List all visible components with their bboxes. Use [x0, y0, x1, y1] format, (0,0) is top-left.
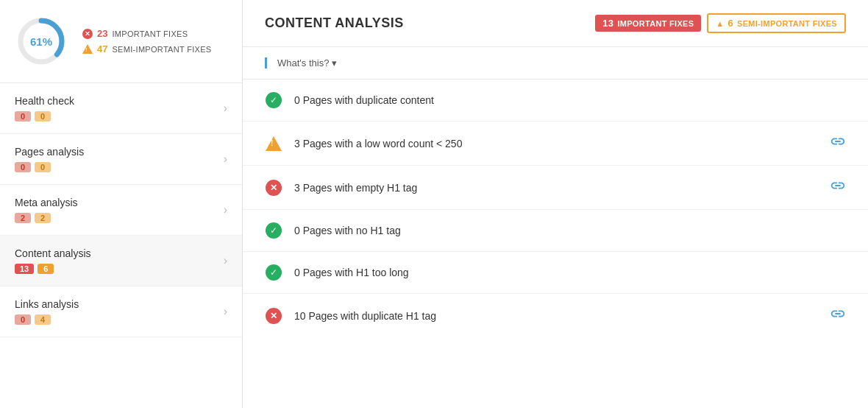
nav-badge-red-health-check: 0: [15, 111, 31, 122]
check-icon: ✓: [265, 91, 282, 109]
x-circle: ✕: [266, 308, 282, 324]
nav-item-title-pages-analysis: Pages analysis: [15, 146, 84, 158]
header-semi-badge: ▲ 6 SEMI-IMPORTANT FIXES: [707, 13, 846, 33]
check-icon: ✓: [265, 222, 282, 239]
whats-this-border: What's this?: [265, 57, 337, 68]
row-text-1: 3 Pages with a low word count < 250: [294, 138, 818, 150]
nav-item-left-links-analysis: Links analysis 0 4: [15, 298, 79, 325]
nav-badges-meta-analysis: 2 2: [15, 213, 78, 223]
semi-label: SEMI-IMPORTANT FIXES: [112, 45, 211, 54]
check-circle: ✓: [266, 92, 282, 108]
x-circle: ✕: [266, 180, 282, 196]
analysis-row-1: 3 Pages with a low word count < 250: [243, 122, 868, 166]
nav-chevron-health-check: ›: [224, 102, 227, 115]
row-text-2: 3 Pages with empty H1 tag: [294, 182, 818, 194]
nav-item-title-content-analysis: Content analysis: [15, 247, 91, 259]
row-text-0: 0 Pages with duplicate content: [294, 94, 846, 106]
sidebar: 61% ✕ 23 IMPORTANT FIXES 47 SEMI-IMPORTA…: [0, 0, 243, 408]
nav-badge-orange-meta-analysis: 2: [35, 213, 51, 223]
analysis-rows: ✓ 0 Pages with duplicate content 3 Pages…: [243, 80, 868, 337]
warn-triangle: [266, 136, 282, 151]
important-count: 23: [97, 28, 107, 39]
nav-badges-pages-analysis: 0 0: [15, 162, 84, 172]
nav-badges-content-analysis: 13 6: [15, 264, 91, 274]
error-icon: ✕: [265, 179, 282, 197]
nav-item-left-pages-analysis: Pages analysis 0 0: [15, 146, 84, 172]
content-title: CONTENT ANALYSIS: [265, 15, 404, 31]
row-text-4: 0 Pages with H1 too long: [294, 267, 846, 278]
whats-this-toggle[interactable]: What's this?: [277, 57, 337, 68]
check-circle: ✓: [266, 222, 282, 239]
nav-badge-orange-content-analysis: 6: [38, 264, 54, 274]
warning-icon: [265, 135, 282, 152]
content-header: CONTENT ANALYSIS 13 IMPORTANT FIXES ▲ 6 …: [243, 0, 868, 47]
nav-item-title-health-check: Health check: [15, 95, 74, 107]
nav-badge-red-links-analysis: 0: [15, 314, 31, 325]
header-semi-count: 6: [728, 18, 734, 29]
important-label: IMPORTANT FIXES: [112, 29, 188, 38]
header-semi-label: SEMI-IMPORTANT FIXES: [737, 19, 837, 28]
nav-badge-red-pages-analysis: 0: [15, 162, 31, 172]
header-important-count: 13: [602, 18, 613, 29]
semi-important-fixes-row: 47 SEMI-IMPORTANT FIXES: [82, 43, 211, 54]
analysis-row-5: ✕ 10 Pages with duplicate H1 tag: [243, 294, 868, 337]
analysis-row-0: ✓ 0 Pages with duplicate content: [243, 80, 868, 122]
analysis-row-4: ✓ 0 Pages with H1 too long: [243, 252, 868, 294]
analysis-row-2: ✕ 3 Pages with empty H1 tag: [243, 166, 868, 210]
warning-icon: [82, 44, 93, 54]
row-text-3: 0 Pages with no H1 tag: [294, 225, 846, 236]
nav-item-left-health-check: Health check 0 0: [15, 95, 74, 122]
row-text-5: 10 Pages with duplicate H1 tag: [294, 310, 818, 322]
row-link-icon-1[interactable]: [830, 133, 846, 153]
nav-badge-orange-health-check: 0: [35, 111, 51, 122]
nav-badge-orange-pages-analysis: 0: [35, 162, 51, 172]
header-badges: 13 IMPORTANT FIXES ▲ 6 SEMI-IMPORTANT FI…: [595, 13, 846, 33]
nav-chevron-meta-analysis: ›: [224, 203, 227, 217]
semi-count: 47: [97, 43, 107, 54]
important-fixes-row: ✕ 23 IMPORTANT FIXES: [82, 28, 211, 39]
error-icon: ✕: [265, 307, 282, 325]
row-link-icon-2[interactable]: [830, 177, 846, 197]
nav-badge-red-meta-analysis: 2: [15, 213, 31, 223]
score-info: ✕ 23 IMPORTANT FIXES 47 SEMI-IMPORTANT F…: [82, 28, 211, 54]
nav-chevron-content-analysis: ›: [224, 254, 227, 267]
sidebar-item-pages-analysis[interactable]: Pages analysis 0 0 ›: [0, 134, 242, 185]
nav-item-title-meta-analysis: Meta analysis: [15, 197, 78, 208]
nav-badges-links-analysis: 0 4: [15, 314, 79, 325]
nav-item-left-meta-analysis: Meta analysis 2 2: [15, 197, 78, 223]
nav-item-title-links-analysis: Links analysis: [15, 298, 79, 310]
nav-item-left-content-analysis: Content analysis 13 6: [15, 247, 91, 274]
score-donut: 61%: [15, 15, 68, 68]
sidebar-item-meta-analysis[interactable]: Meta analysis 2 2 ›: [0, 185, 242, 236]
sidebar-item-health-check[interactable]: Health check 0 0 ›: [0, 83, 242, 134]
sidebar-item-content-analysis[interactable]: Content analysis 13 6 ›: [0, 236, 242, 286]
check-circle: ✓: [266, 264, 282, 281]
row-link-icon-5[interactable]: [830, 306, 846, 326]
error-icon: ✕: [82, 29, 93, 39]
nav-badges-health-check: 0 0: [15, 111, 74, 122]
analysis-row-3: ✓ 0 Pages with no H1 tag: [243, 210, 868, 252]
nav-chevron-links-analysis: ›: [224, 305, 227, 318]
whats-this-bar: What's this?: [243, 47, 868, 80]
header-important-label: IMPORTANT FIXES: [617, 19, 694, 28]
check-icon: ✓: [265, 264, 282, 281]
score-header: 61% ✕ 23 IMPORTANT FIXES 47 SEMI-IMPORTA…: [0, 0, 242, 83]
nav-menu: Health check 0 0 › Pages analysis 0 0 › …: [0, 83, 242, 337]
nav-chevron-pages-analysis: ›: [224, 152, 227, 166]
main-content: CONTENT ANALYSIS 13 IMPORTANT FIXES ▲ 6 …: [243, 0, 868, 408]
header-important-badge: 13 IMPORTANT FIXES: [595, 15, 701, 32]
nav-badge-orange-links-analysis: 4: [35, 314, 51, 325]
sidebar-item-links-analysis[interactable]: Links analysis 0 4 ›: [0, 286, 242, 337]
score-percent: 61%: [30, 35, 52, 48]
nav-badge-red-content-analysis: 13: [15, 264, 34, 274]
